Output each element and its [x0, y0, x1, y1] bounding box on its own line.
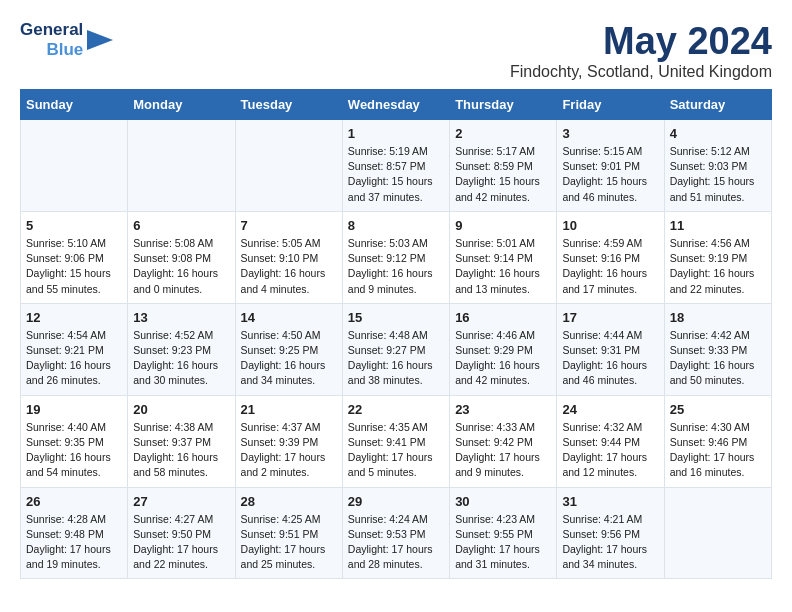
cell-week2-day2: 7Sunrise: 5:05 AM Sunset: 9:10 PM Daylig… [235, 211, 342, 303]
cell-week1-day5: 3Sunrise: 5:15 AM Sunset: 9:01 PM Daylig… [557, 120, 664, 212]
day-number: 19 [26, 402, 122, 417]
week-row-4: 19Sunrise: 4:40 AM Sunset: 9:35 PM Dayli… [21, 395, 772, 487]
day-number: 26 [26, 494, 122, 509]
header-row: Sunday Monday Tuesday Wednesday Thursday… [21, 90, 772, 120]
cell-week4-day1: 20Sunrise: 4:38 AM Sunset: 9:37 PM Dayli… [128, 395, 235, 487]
calendar-table: Sunday Monday Tuesday Wednesday Thursday… [20, 89, 772, 579]
day-content: Sunrise: 5:10 AM Sunset: 9:06 PM Dayligh… [26, 236, 122, 297]
cell-week1-day4: 2Sunrise: 5:17 AM Sunset: 8:59 PM Daylig… [450, 120, 557, 212]
svg-marker-0 [87, 30, 113, 50]
day-number: 10 [562, 218, 658, 233]
day-content: Sunrise: 4:59 AM Sunset: 9:16 PM Dayligh… [562, 236, 658, 297]
cell-week2-day0: 5Sunrise: 5:10 AM Sunset: 9:06 PM Daylig… [21, 211, 128, 303]
header-wednesday: Wednesday [342, 90, 449, 120]
cell-week1-day2 [235, 120, 342, 212]
cell-week5-day0: 26Sunrise: 4:28 AM Sunset: 9:48 PM Dayli… [21, 487, 128, 579]
day-number: 7 [241, 218, 337, 233]
day-number: 8 [348, 218, 444, 233]
day-content: Sunrise: 4:35 AM Sunset: 9:41 PM Dayligh… [348, 420, 444, 481]
day-number: 30 [455, 494, 551, 509]
header-friday: Friday [557, 90, 664, 120]
header-sunday: Sunday [21, 90, 128, 120]
day-number: 28 [241, 494, 337, 509]
cell-week2-day3: 8Sunrise: 5:03 AM Sunset: 9:12 PM Daylig… [342, 211, 449, 303]
subtitle: Findochty, Scotland, United Kingdom [510, 63, 772, 81]
day-content: Sunrise: 4:33 AM Sunset: 9:42 PM Dayligh… [455, 420, 551, 481]
day-content: Sunrise: 5:03 AM Sunset: 9:12 PM Dayligh… [348, 236, 444, 297]
week-row-5: 26Sunrise: 4:28 AM Sunset: 9:48 PM Dayli… [21, 487, 772, 579]
logo-general: General [20, 20, 83, 40]
cell-week1-day6: 4Sunrise: 5:12 AM Sunset: 9:03 PM Daylig… [664, 120, 771, 212]
cell-week3-day1: 13Sunrise: 4:52 AM Sunset: 9:23 PM Dayli… [128, 303, 235, 395]
day-content: Sunrise: 4:32 AM Sunset: 9:44 PM Dayligh… [562, 420, 658, 481]
day-number: 16 [455, 310, 551, 325]
logo: General Blue [20, 20, 113, 59]
day-content: Sunrise: 5:08 AM Sunset: 9:08 PM Dayligh… [133, 236, 229, 297]
cell-week5-day2: 28Sunrise: 4:25 AM Sunset: 9:51 PM Dayli… [235, 487, 342, 579]
cell-week2-day1: 6Sunrise: 5:08 AM Sunset: 9:08 PM Daylig… [128, 211, 235, 303]
day-number: 12 [26, 310, 122, 325]
cell-week2-day5: 10Sunrise: 4:59 AM Sunset: 9:16 PM Dayli… [557, 211, 664, 303]
day-number: 9 [455, 218, 551, 233]
day-content: Sunrise: 4:23 AM Sunset: 9:55 PM Dayligh… [455, 512, 551, 573]
day-number: 20 [133, 402, 229, 417]
day-content: Sunrise: 4:56 AM Sunset: 9:19 PM Dayligh… [670, 236, 766, 297]
week-row-3: 12Sunrise: 4:54 AM Sunset: 9:21 PM Dayli… [21, 303, 772, 395]
day-content: Sunrise: 4:48 AM Sunset: 9:27 PM Dayligh… [348, 328, 444, 389]
calendar-body: 1Sunrise: 5:19 AM Sunset: 8:57 PM Daylig… [21, 120, 772, 579]
day-content: Sunrise: 4:28 AM Sunset: 9:48 PM Dayligh… [26, 512, 122, 573]
cell-week5-day5: 31Sunrise: 4:21 AM Sunset: 9:56 PM Dayli… [557, 487, 664, 579]
cell-week3-day0: 12Sunrise: 4:54 AM Sunset: 9:21 PM Dayli… [21, 303, 128, 395]
day-number: 1 [348, 126, 444, 141]
logo-blue: Blue [46, 40, 83, 60]
header-monday: Monday [128, 90, 235, 120]
header-tuesday: Tuesday [235, 90, 342, 120]
main-title: May 2024 [510, 20, 772, 63]
day-content: Sunrise: 4:21 AM Sunset: 9:56 PM Dayligh… [562, 512, 658, 573]
day-content: Sunrise: 4:27 AM Sunset: 9:50 PM Dayligh… [133, 512, 229, 573]
day-content: Sunrise: 4:24 AM Sunset: 9:53 PM Dayligh… [348, 512, 444, 573]
day-content: Sunrise: 4:38 AM Sunset: 9:37 PM Dayligh… [133, 420, 229, 481]
day-number: 4 [670, 126, 766, 141]
day-content: Sunrise: 4:50 AM Sunset: 9:25 PM Dayligh… [241, 328, 337, 389]
cell-week4-day0: 19Sunrise: 4:40 AM Sunset: 9:35 PM Dayli… [21, 395, 128, 487]
cell-week3-day2: 14Sunrise: 4:50 AM Sunset: 9:25 PM Dayli… [235, 303, 342, 395]
cell-week3-day6: 18Sunrise: 4:42 AM Sunset: 9:33 PM Dayli… [664, 303, 771, 395]
day-number: 29 [348, 494, 444, 509]
day-number: 13 [133, 310, 229, 325]
day-content: Sunrise: 4:30 AM Sunset: 9:46 PM Dayligh… [670, 420, 766, 481]
day-number: 6 [133, 218, 229, 233]
cell-week1-day0 [21, 120, 128, 212]
day-number: 23 [455, 402, 551, 417]
cell-week4-day5: 24Sunrise: 4:32 AM Sunset: 9:44 PM Dayli… [557, 395, 664, 487]
day-number: 2 [455, 126, 551, 141]
day-number: 14 [241, 310, 337, 325]
cell-week4-day2: 21Sunrise: 4:37 AM Sunset: 9:39 PM Dayli… [235, 395, 342, 487]
day-number: 21 [241, 402, 337, 417]
day-content: Sunrise: 4:54 AM Sunset: 9:21 PM Dayligh… [26, 328, 122, 389]
logo-flag-icon [87, 30, 113, 50]
day-number: 18 [670, 310, 766, 325]
day-number: 31 [562, 494, 658, 509]
day-content: Sunrise: 5:12 AM Sunset: 9:03 PM Dayligh… [670, 144, 766, 205]
cell-week4-day3: 22Sunrise: 4:35 AM Sunset: 9:41 PM Dayli… [342, 395, 449, 487]
cell-week5-day6 [664, 487, 771, 579]
header-saturday: Saturday [664, 90, 771, 120]
day-number: 3 [562, 126, 658, 141]
cell-week2-day4: 9Sunrise: 5:01 AM Sunset: 9:14 PM Daylig… [450, 211, 557, 303]
day-number: 25 [670, 402, 766, 417]
day-content: Sunrise: 5:17 AM Sunset: 8:59 PM Dayligh… [455, 144, 551, 205]
cell-week3-day5: 17Sunrise: 4:44 AM Sunset: 9:31 PM Dayli… [557, 303, 664, 395]
cell-week5-day3: 29Sunrise: 4:24 AM Sunset: 9:53 PM Dayli… [342, 487, 449, 579]
cell-week3-day3: 15Sunrise: 4:48 AM Sunset: 9:27 PM Dayli… [342, 303, 449, 395]
day-number: 11 [670, 218, 766, 233]
day-number: 17 [562, 310, 658, 325]
week-row-2: 5Sunrise: 5:10 AM Sunset: 9:06 PM Daylig… [21, 211, 772, 303]
day-content: Sunrise: 5:01 AM Sunset: 9:14 PM Dayligh… [455, 236, 551, 297]
cell-week5-day4: 30Sunrise: 4:23 AM Sunset: 9:55 PM Dayli… [450, 487, 557, 579]
cell-week1-day3: 1Sunrise: 5:19 AM Sunset: 8:57 PM Daylig… [342, 120, 449, 212]
cell-week1-day1 [128, 120, 235, 212]
day-content: Sunrise: 5:15 AM Sunset: 9:01 PM Dayligh… [562, 144, 658, 205]
day-content: Sunrise: 5:05 AM Sunset: 9:10 PM Dayligh… [241, 236, 337, 297]
day-number: 5 [26, 218, 122, 233]
